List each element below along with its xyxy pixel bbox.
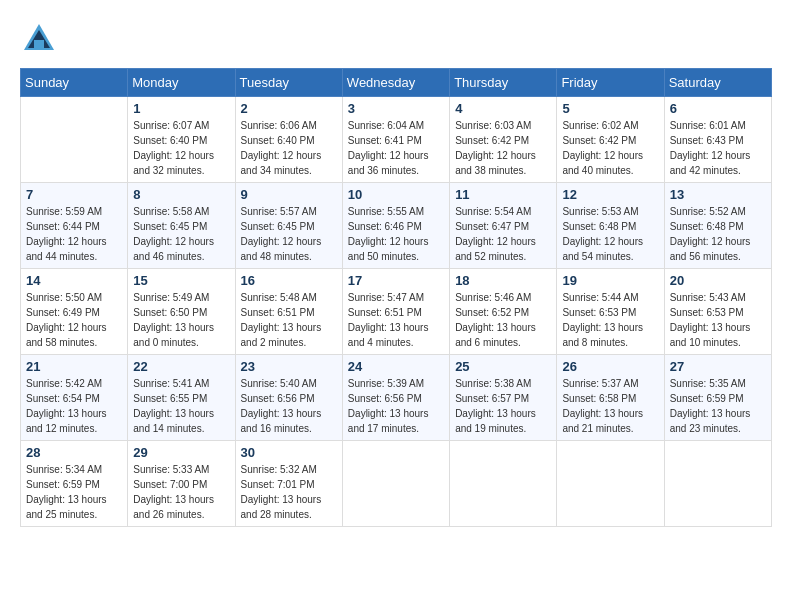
calendar-cell: 10 Sunrise: 5:55 AMSunset: 6:46 PMDaylig…: [342, 183, 449, 269]
day-info: Sunrise: 5:54 AMSunset: 6:47 PMDaylight:…: [455, 204, 551, 264]
day-number: 7: [26, 187, 122, 202]
day-number: 4: [455, 101, 551, 116]
day-info: Sunrise: 5:52 AMSunset: 6:48 PMDaylight:…: [670, 204, 766, 264]
calendar-week-4: 21 Sunrise: 5:42 AMSunset: 6:54 PMDaylig…: [21, 355, 772, 441]
day-number: 30: [241, 445, 337, 460]
calendar-cell: 7 Sunrise: 5:59 AMSunset: 6:44 PMDayligh…: [21, 183, 128, 269]
day-number: 11: [455, 187, 551, 202]
calendar-cell: [21, 97, 128, 183]
day-header-friday: Friday: [557, 69, 664, 97]
day-number: 28: [26, 445, 122, 460]
svg-rect-2: [34, 40, 44, 48]
day-number: 19: [562, 273, 658, 288]
calendar-cell: 6 Sunrise: 6:01 AMSunset: 6:43 PMDayligh…: [664, 97, 771, 183]
day-number: 9: [241, 187, 337, 202]
day-number: 27: [670, 359, 766, 374]
calendar-cell: 22 Sunrise: 5:41 AMSunset: 6:55 PMDaylig…: [128, 355, 235, 441]
day-info: Sunrise: 6:03 AMSunset: 6:42 PMDaylight:…: [455, 118, 551, 178]
day-info: Sunrise: 5:37 AMSunset: 6:58 PMDaylight:…: [562, 376, 658, 436]
calendar-cell: 21 Sunrise: 5:42 AMSunset: 6:54 PMDaylig…: [21, 355, 128, 441]
day-number: 24: [348, 359, 444, 374]
day-info: Sunrise: 6:07 AMSunset: 6:40 PMDaylight:…: [133, 118, 229, 178]
day-info: Sunrise: 5:50 AMSunset: 6:49 PMDaylight:…: [26, 290, 122, 350]
day-number: 22: [133, 359, 229, 374]
day-number: 12: [562, 187, 658, 202]
calendar-cell: 20 Sunrise: 5:43 AMSunset: 6:53 PMDaylig…: [664, 269, 771, 355]
day-info: Sunrise: 5:49 AMSunset: 6:50 PMDaylight:…: [133, 290, 229, 350]
calendar-cell: 26 Sunrise: 5:37 AMSunset: 6:58 PMDaylig…: [557, 355, 664, 441]
day-info: Sunrise: 5:42 AMSunset: 6:54 PMDaylight:…: [26, 376, 122, 436]
calendar-cell: 23 Sunrise: 5:40 AMSunset: 6:56 PMDaylig…: [235, 355, 342, 441]
calendar-cell: 11 Sunrise: 5:54 AMSunset: 6:47 PMDaylig…: [450, 183, 557, 269]
calendar-cell: 25 Sunrise: 5:38 AMSunset: 6:57 PMDaylig…: [450, 355, 557, 441]
day-number: 1: [133, 101, 229, 116]
day-info: Sunrise: 5:39 AMSunset: 6:56 PMDaylight:…: [348, 376, 444, 436]
calendar-cell: 14 Sunrise: 5:50 AMSunset: 6:49 PMDaylig…: [21, 269, 128, 355]
day-header-tuesday: Tuesday: [235, 69, 342, 97]
day-header-wednesday: Wednesday: [342, 69, 449, 97]
calendar-cell: 18 Sunrise: 5:46 AMSunset: 6:52 PMDaylig…: [450, 269, 557, 355]
calendar-week-5: 28 Sunrise: 5:34 AMSunset: 6:59 PMDaylig…: [21, 441, 772, 527]
day-info: Sunrise: 5:58 AMSunset: 6:45 PMDaylight:…: [133, 204, 229, 264]
day-number: 29: [133, 445, 229, 460]
day-info: Sunrise: 5:47 AMSunset: 6:51 PMDaylight:…: [348, 290, 444, 350]
calendar-cell: 5 Sunrise: 6:02 AMSunset: 6:42 PMDayligh…: [557, 97, 664, 183]
calendar-cell: 2 Sunrise: 6:06 AMSunset: 6:40 PMDayligh…: [235, 97, 342, 183]
calendar-week-1: 1 Sunrise: 6:07 AMSunset: 6:40 PMDayligh…: [21, 97, 772, 183]
day-number: 20: [670, 273, 766, 288]
logo: [20, 20, 60, 58]
calendar-cell: 9 Sunrise: 5:57 AMSunset: 6:45 PMDayligh…: [235, 183, 342, 269]
day-info: Sunrise: 5:57 AMSunset: 6:45 PMDaylight:…: [241, 204, 337, 264]
calendar-cell: 13 Sunrise: 5:52 AMSunset: 6:48 PMDaylig…: [664, 183, 771, 269]
day-header-thursday: Thursday: [450, 69, 557, 97]
day-number: 8: [133, 187, 229, 202]
calendar-table: SundayMondayTuesdayWednesdayThursdayFrid…: [20, 68, 772, 527]
day-info: Sunrise: 5:48 AMSunset: 6:51 PMDaylight:…: [241, 290, 337, 350]
day-number: 13: [670, 187, 766, 202]
day-number: 26: [562, 359, 658, 374]
calendar-cell: 27 Sunrise: 5:35 AMSunset: 6:59 PMDaylig…: [664, 355, 771, 441]
calendar-cell: 19 Sunrise: 5:44 AMSunset: 6:53 PMDaylig…: [557, 269, 664, 355]
day-info: Sunrise: 5:35 AMSunset: 6:59 PMDaylight:…: [670, 376, 766, 436]
calendar-cell: [557, 441, 664, 527]
day-number: 5: [562, 101, 658, 116]
day-number: 10: [348, 187, 444, 202]
calendar-cell: 12 Sunrise: 5:53 AMSunset: 6:48 PMDaylig…: [557, 183, 664, 269]
day-info: Sunrise: 5:32 AMSunset: 7:01 PMDaylight:…: [241, 462, 337, 522]
calendar-cell: 3 Sunrise: 6:04 AMSunset: 6:41 PMDayligh…: [342, 97, 449, 183]
calendar-cell: [342, 441, 449, 527]
calendar-week-3: 14 Sunrise: 5:50 AMSunset: 6:49 PMDaylig…: [21, 269, 772, 355]
day-info: Sunrise: 6:04 AMSunset: 6:41 PMDaylight:…: [348, 118, 444, 178]
calendar-cell: 28 Sunrise: 5:34 AMSunset: 6:59 PMDaylig…: [21, 441, 128, 527]
day-info: Sunrise: 5:38 AMSunset: 6:57 PMDaylight:…: [455, 376, 551, 436]
day-header-saturday: Saturday: [664, 69, 771, 97]
day-number: 21: [26, 359, 122, 374]
day-number: 3: [348, 101, 444, 116]
day-number: 15: [133, 273, 229, 288]
day-info: Sunrise: 5:43 AMSunset: 6:53 PMDaylight:…: [670, 290, 766, 350]
day-header-monday: Monday: [128, 69, 235, 97]
day-info: Sunrise: 6:02 AMSunset: 6:42 PMDaylight:…: [562, 118, 658, 178]
day-info: Sunrise: 5:55 AMSunset: 6:46 PMDaylight:…: [348, 204, 444, 264]
day-info: Sunrise: 5:41 AMSunset: 6:55 PMDaylight:…: [133, 376, 229, 436]
calendar-cell: 4 Sunrise: 6:03 AMSunset: 6:42 PMDayligh…: [450, 97, 557, 183]
day-number: 17: [348, 273, 444, 288]
day-info: Sunrise: 5:46 AMSunset: 6:52 PMDaylight:…: [455, 290, 551, 350]
day-number: 23: [241, 359, 337, 374]
calendar-cell: 16 Sunrise: 5:48 AMSunset: 6:51 PMDaylig…: [235, 269, 342, 355]
day-number: 2: [241, 101, 337, 116]
day-info: Sunrise: 5:33 AMSunset: 7:00 PMDaylight:…: [133, 462, 229, 522]
calendar-cell: 24 Sunrise: 5:39 AMSunset: 6:56 PMDaylig…: [342, 355, 449, 441]
day-info: Sunrise: 5:40 AMSunset: 6:56 PMDaylight:…: [241, 376, 337, 436]
day-info: Sunrise: 6:06 AMSunset: 6:40 PMDaylight:…: [241, 118, 337, 178]
day-number: 6: [670, 101, 766, 116]
day-info: Sunrise: 5:59 AMSunset: 6:44 PMDaylight:…: [26, 204, 122, 264]
calendar-cell: [664, 441, 771, 527]
calendar-cell: 30 Sunrise: 5:32 AMSunset: 7:01 PMDaylig…: [235, 441, 342, 527]
calendar-cell: 29 Sunrise: 5:33 AMSunset: 7:00 PMDaylig…: [128, 441, 235, 527]
calendar-cell: 15 Sunrise: 5:49 AMSunset: 6:50 PMDaylig…: [128, 269, 235, 355]
day-header-sunday: Sunday: [21, 69, 128, 97]
calendar-cell: 8 Sunrise: 5:58 AMSunset: 6:45 PMDayligh…: [128, 183, 235, 269]
day-info: Sunrise: 5:34 AMSunset: 6:59 PMDaylight:…: [26, 462, 122, 522]
day-info: Sunrise: 6:01 AMSunset: 6:43 PMDaylight:…: [670, 118, 766, 178]
